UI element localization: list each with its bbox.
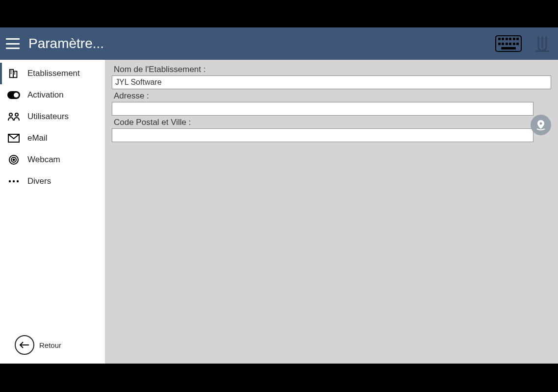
sidebar-item-etablissement[interactable]: Etablissement — [0, 63, 105, 84]
sidebar-item-email[interactable]: eMail — [0, 127, 105, 149]
svg-point-20 — [540, 122, 542, 125]
svg-point-17 — [13, 180, 15, 182]
sidebar-item-label: Utilisateurs — [27, 112, 69, 122]
main-content: Nom de l'Etablissement : Adresse : Code … — [105, 60, 558, 364]
window-top-black-bar — [0, 0, 558, 27]
mail-icon — [7, 132, 21, 144]
sidebar: Etablissement Activation Utilisateurs — [0, 60, 105, 364]
map-location-button[interactable] — [531, 115, 551, 135]
establishment-label: Nom de l'Etablissement : — [114, 65, 551, 74]
toggle-icon — [7, 89, 21, 101]
app-header: Paramètre... — [0, 27, 558, 60]
svg-point-16 — [9, 180, 11, 182]
svg-point-9 — [14, 93, 19, 98]
back-button[interactable]: Retour — [0, 335, 105, 364]
sidebar-item-webcam[interactable]: Webcam — [0, 149, 105, 171]
keyboard-icon[interactable] — [495, 35, 522, 52]
back-arrow-icon — [15, 335, 34, 355]
sidebar-item-label: Activation — [27, 90, 64, 100]
sidebar-item-divers[interactable]: Divers — [0, 171, 105, 192]
dots-icon — [7, 175, 21, 187]
sidebar-item-utilisateurs[interactable]: Utilisateurs — [0, 106, 105, 127]
sidebar-item-activation[interactable]: Activation — [0, 84, 105, 106]
window-bottom-black-bar — [0, 364, 558, 392]
establishment-input[interactable] — [112, 75, 551, 89]
users-icon — [7, 111, 21, 122]
building-icon — [7, 68, 21, 79]
svg-rect-0 — [535, 50, 549, 52]
address-input[interactable] — [112, 102, 533, 116]
sidebar-item-label: Webcam — [27, 155, 60, 165]
menu-hamburger-icon[interactable] — [6, 38, 20, 49]
page-title: Paramètre... — [28, 36, 495, 51]
sidebar-item-label: Etablissement — [27, 69, 80, 78]
svg-point-18 — [17, 180, 19, 182]
map-pin-icon — [535, 119, 547, 131]
svg-point-15 — [13, 159, 15, 161]
app-logo-icon — [533, 34, 552, 53]
svg-point-11 — [15, 113, 18, 116]
sidebar-item-label: eMail — [27, 133, 48, 143]
address-label: Adresse : — [114, 91, 551, 101]
target-icon — [7, 154, 21, 166]
postal-input[interactable] — [112, 128, 533, 142]
postal-label: Code Postal et Ville : — [114, 118, 551, 127]
sidebar-item-label: Divers — [27, 176, 51, 186]
back-button-label: Retour — [39, 341, 61, 349]
svg-point-10 — [9, 113, 12, 116]
